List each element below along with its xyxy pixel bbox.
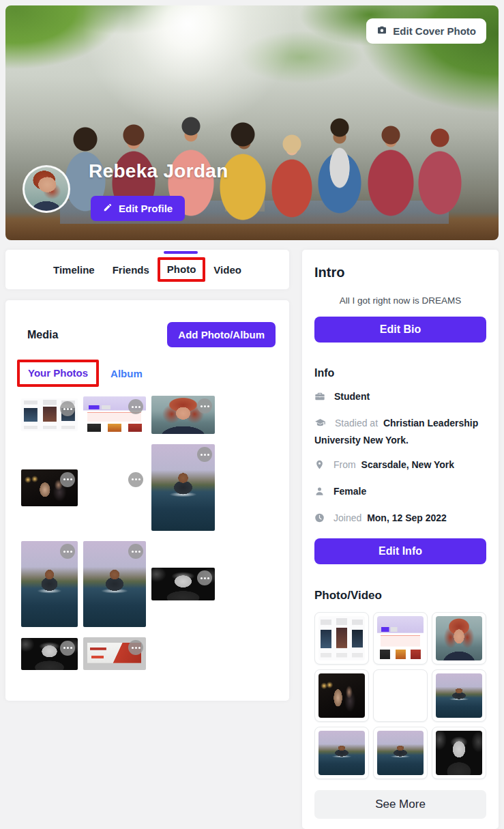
thumbnail-image: [318, 673, 365, 718]
graduation-cap-icon: [314, 418, 326, 433]
edit-cover-photo-button[interactable]: Edit Cover Photo: [366, 18, 486, 44]
gender-value: Female: [333, 486, 366, 497]
ellipsis-icon: [67, 478, 69, 480]
photo-options-button[interactable]: [128, 544, 143, 559]
pencil-icon: [103, 203, 113, 214]
photo-options-button[interactable]: [60, 544, 75, 559]
education-prefix: Stadied at: [335, 418, 378, 428]
profile-name: Rebeka Jordan: [89, 160, 228, 182]
photo-options-button[interactable]: [60, 641, 75, 656]
photo-options-button[interactable]: [128, 472, 143, 487]
active-tab-indicator: [164, 251, 198, 254]
photo-thumbnail-marketing-banner[interactable]: [83, 637, 146, 670]
info-title: Info: [314, 367, 486, 379]
media-card: Media Add Photo/Album Your Photos Album: [5, 300, 289, 701]
ellipsis-icon: [204, 405, 206, 407]
thumbnail-image: [318, 731, 365, 775]
thumbnail-image: [436, 673, 482, 718]
photo-options-button[interactable]: [60, 401, 75, 416]
left-column: Timeline Friends Photo Video Media Add P…: [5, 250, 289, 701]
photo-thumbnail-candlelight[interactable]: [21, 469, 78, 506]
joined-prefix: Joined: [333, 512, 361, 523]
add-photo-album-button[interactable]: Add Photo/Album: [167, 322, 276, 347]
ellipsis-icon: [204, 454, 206, 456]
ellipsis-icon: [135, 406, 137, 408]
photo-video-thumbnail[interactable]: [432, 727, 486, 779]
photo-grid-row: [21, 444, 276, 531]
photo-video-thumbnail[interactable]: [373, 612, 428, 665]
ellipsis-icon: [67, 408, 69, 410]
avatar[interactable]: [23, 165, 70, 213]
ellipsis-icon: [135, 478, 137, 480]
bio-text: All I got right now is DREAMS: [314, 295, 486, 306]
tab-timeline[interactable]: Timeline: [53, 264, 95, 276]
photo-video-thumbnail[interactable]: [432, 669, 486, 722]
photo-thumbnail-surfer[interactable]: [21, 541, 78, 627]
tab-friends[interactable]: Friends: [113, 264, 149, 276]
info-item-joined: Joined Mon, 12 Sep 2022: [314, 510, 486, 527]
thumbnail-image: [436, 616, 482, 660]
photo-grid-row: [21, 637, 276, 670]
see-more-button[interactable]: See More: [314, 790, 486, 819]
photo-thumbnail-feed-screenshot[interactable]: [21, 398, 78, 431]
annotation-box-photo-tab: Photo: [158, 257, 206, 282]
tab-video[interactable]: Video: [213, 264, 241, 276]
intro-title: Intro: [314, 265, 486, 280]
joined-value: Mon, 12 Sep 2022: [367, 512, 447, 523]
media-title: Media: [27, 329, 58, 341]
occupation-value: Student: [334, 391, 370, 402]
photo-options-button[interactable]: [197, 398, 212, 413]
photo-video-thumbnail[interactable]: [373, 727, 428, 779]
location-prefix: From: [333, 459, 356, 470]
thumbnail-image: [436, 731, 482, 775]
edit-cover-photo-label: Edit Cover Photo: [393, 25, 476, 37]
photo-video-grid: [314, 612, 486, 779]
photo-options-button[interactable]: [60, 472, 75, 487]
photo-options-button[interactable]: [128, 640, 143, 655]
photo-thumbnail-afro-woman[interactable]: [83, 469, 146, 506]
photo-thumbnail-redhead-portrait[interactable]: [151, 396, 215, 434]
ellipsis-icon: [135, 551, 137, 553]
subtab-album[interactable]: Album: [110, 368, 143, 379]
photo-grid-row: [21, 396, 276, 434]
edit-bio-button[interactable]: Edit Bio: [314, 317, 486, 343]
ellipsis-icon: [135, 647, 137, 649]
edit-info-button[interactable]: Edit Info: [314, 538, 486, 564]
briefcase-icon: [314, 391, 325, 406]
photo-video-thumbnail[interactable]: [314, 669, 369, 722]
photo-video-thumbnail[interactable]: [314, 612, 369, 665]
tab-photo[interactable]: Photo: [167, 263, 196, 275]
location-value: Scarsdale, New York: [361, 459, 454, 470]
ellipsis-icon: [204, 577, 206, 579]
thumbnail-image: [377, 731, 424, 775]
photo-grid: [21, 396, 276, 670]
annotation-box-your-photos: Your Photos: [17, 360, 99, 387]
info-item-location: From Scarsdale, New York: [314, 457, 486, 474]
person-icon: [314, 486, 325, 501]
info-item-gender: Female: [314, 484, 486, 501]
photo-thumbnail-website-screenshot[interactable]: [83, 396, 146, 433]
photo-options-button[interactable]: [197, 447, 212, 462]
info-item-occupation: Student: [314, 389, 486, 406]
ellipsis-icon: [67, 647, 69, 649]
profile-page: Edit Cover Photo Rebeka Jordan Edit Prof…: [0, 0, 504, 829]
photo-video-thumbnail[interactable]: [314, 727, 369, 779]
photo-video-thumbnail[interactable]: [432, 612, 486, 665]
edit-profile-label: Edit Profile: [119, 203, 173, 214]
photo-thumbnail-surfer[interactable]: [83, 541, 146, 627]
photo-thumbnail-bw-man[interactable]: [21, 638, 78, 670]
right-column: Intro All I got right now is DREAMS Edit…: [302, 250, 499, 829]
photo-options-button[interactable]: [197, 570, 212, 585]
edit-profile-button[interactable]: Edit Profile: [91, 196, 185, 221]
photo-thumbnail-surfer[interactable]: [151, 444, 215, 531]
photo-options-button[interactable]: [128, 399, 143, 414]
subtab-your-photos[interactable]: Your Photos: [28, 367, 88, 379]
map-pin-icon: [314, 459, 325, 474]
photo-grid-row: [21, 541, 276, 627]
media-header: Media Add Photo/Album: [21, 322, 276, 347]
photo-thumbnail-bw-man[interactable]: [151, 568, 215, 600]
photo-video-title: Photo/Video: [314, 589, 486, 602]
photo-video-thumbnail[interactable]: [373, 669, 428, 722]
thumbnail-image: [377, 673, 424, 718]
intro-card: Intro All I got right now is DREAMS Edit…: [302, 250, 499, 829]
